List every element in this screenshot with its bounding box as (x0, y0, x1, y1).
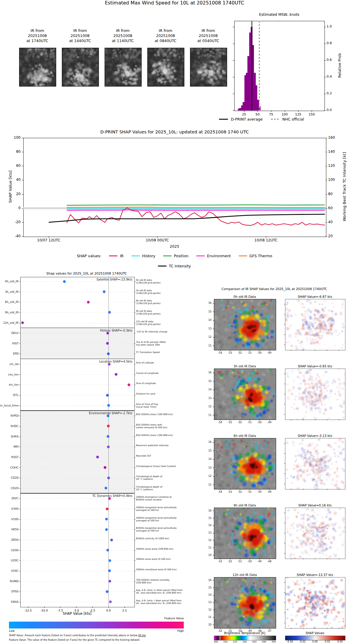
histogram-y-tick-right (324, 77, 326, 77)
ir-map-x-tick (269, 628, 270, 629)
ir-map-y-tick (213, 595, 214, 595)
timeseries-left-tick-label: 100 (10, 135, 21, 140)
timeseries-title: D-PRINT SHAP Values for 2025_10L: update… (0, 130, 349, 134)
legend-item-environment: Environment (196, 254, 231, 258)
dotplot-x-tick-label: -12.5 (21, 609, 35, 612)
footnote-threshold: 60 kts (138, 634, 146, 637)
feature-label: V500 (0, 517, 19, 521)
feature-desc: 700-500hPa relative humidity (200-800 km… (136, 579, 214, 584)
feature-desc: 500hPa tangential wind azimuthally avera… (136, 517, 214, 522)
feature-label: U20C (0, 559, 19, 562)
feature-desc: Distance to Land (136, 392, 214, 395)
dotplot-x-tick (125, 607, 125, 608)
timeseries-left-tick (22, 222, 23, 223)
timeseries-left-tick-label: 40 (10, 178, 21, 182)
timeseries-left-tick (22, 152, 23, 152)
ir-map-y-tick-label: 15 (204, 310, 212, 313)
ir-map-y-tick (213, 555, 214, 555)
feature-desc: Reynolds SST (136, 455, 214, 457)
ir-map-x-tick (220, 350, 221, 351)
timeseries-x-tick-label: 10/08 12UTC (249, 238, 282, 242)
shap-map-y-tick (284, 345, 285, 345)
histogram-y-tick-right (324, 44, 326, 44)
ir-map-x-tick-label: -47 (264, 629, 274, 632)
feature-desc: Sine of Latitude (136, 361, 214, 364)
legend-swatch (131, 255, 140, 256)
histogram-y-tick-label: 0.0 (327, 108, 336, 112)
histogram-y-tick-label: 0.2 (327, 91, 336, 95)
legend-item-ir: IR (109, 254, 123, 258)
ir-map-y-tick (213, 390, 214, 390)
ir-map-y-tick (213, 346, 214, 346)
ir-map-x-tick (240, 350, 240, 351)
dotplot-x-tick (28, 607, 28, 608)
feature-desc: 850hPa tangential wind azimuthally avera… (136, 527, 214, 532)
dotplot-x-tick-label: -10.0 (37, 609, 51, 612)
legend-label: IR (120, 254, 123, 258)
ir-map-y-tick-label: 15 (204, 517, 212, 520)
shap-colorbar-tick-label: 0.04 (335, 640, 345, 643)
feature-label: COHC (0, 466, 19, 469)
timeseries-svg (23, 138, 326, 236)
shap-map-y-tick (284, 324, 285, 325)
legend-label: GFS Thermo (249, 254, 273, 258)
feature-label: 9h_old_IR (0, 311, 19, 314)
timeseries-right-tick-label: 20 (328, 234, 339, 238)
ir-thumbnail-label: IR from 20251008 at 1140UTC (102, 28, 144, 43)
timeseries-xlabel: 2025 (145, 244, 204, 249)
ir-map-y-tick (213, 548, 214, 548)
shap-map-y-tick (284, 582, 285, 583)
timeseries-x-tick (49, 236, 49, 238)
feature-desc: 0h old IR data (128x128 grid points) (136, 279, 214, 284)
shap-map-x-tick (327, 558, 327, 559)
feature-label: V20C (0, 569, 19, 572)
ir-map-y-tick-label: 11 (204, 483, 212, 486)
nhc-official-legend-label: NHC official (282, 117, 304, 121)
ir-map-y-tick (213, 329, 214, 329)
histogram-x-tick-label: 25 (238, 113, 250, 116)
feature-desc: 850hPa vorticity (0-1000 km) (136, 537, 214, 540)
timeseries-left-tick (22, 236, 23, 237)
timeseries-right-tick (326, 208, 327, 209)
ir-map-y-tick (213, 312, 214, 312)
ir-map-x-tick-label: -52 (215, 629, 225, 632)
shap-map-x-tick (339, 419, 339, 420)
legend-label-tc-intensity: TC Intensity (169, 264, 191, 268)
ir-map-y-tick-label: 13 (204, 531, 212, 534)
feature-label: CD20 (0, 486, 19, 490)
shap-map-y-tick (284, 404, 285, 404)
timeseries-right-tick-label: 120 (328, 164, 339, 168)
ir-map-x-tick (249, 419, 250, 420)
timeseries-x-tick (157, 236, 157, 238)
timeseries-x-tick-label: 10/07 12UTC (32, 238, 65, 242)
shap-map-image (285, 577, 345, 628)
ir-map-x-tick (220, 419, 221, 420)
feature-desc: The # of 6h periods VMAX has been above … (136, 341, 214, 346)
dotplot-x-tick (44, 607, 45, 608)
feature-desc: Cosine of Longitude (136, 372, 214, 375)
ir-map-x-tick (259, 419, 260, 420)
shap-map-x-tick (339, 350, 339, 351)
ir-map-y-tick (213, 415, 214, 415)
feature-label: MPI (0, 445, 19, 448)
timeseries-legend-title: SHAP values: (77, 254, 101, 258)
ir-map-y-tick-label: 16 (204, 509, 212, 512)
feature-desc: 200hPa meridional wind (0-500 km) (136, 568, 214, 571)
ir-map-title: 12h old IR Data (214, 573, 275, 577)
histogram-x-tick (285, 110, 285, 112)
ir-map-y-tick (213, 476, 214, 477)
timeseries-left-tick-label: 60 (10, 164, 21, 168)
ir-map-image (214, 369, 276, 420)
shap-map-title: SHAP Value=-6.87 kts (285, 295, 345, 298)
histogram-x-tick (271, 110, 271, 112)
feature-label: V300 (0, 507, 19, 510)
ir-map-y-tick-label: 12 (204, 474, 212, 477)
feature-label: V850 (0, 528, 19, 531)
ir-map-y-tick-label: 10 (204, 554, 212, 557)
feature-desc: Sine of Time of Day (Local Solar Time) (136, 403, 214, 408)
shap-map-y-tick (284, 513, 285, 513)
histogram-y-tick-label: 0.6 (327, 58, 336, 62)
legend-swatch-tc-intensity (158, 266, 166, 266)
footnote-shap-value-text: SHAP Value: Amount each feature [listed … (9, 634, 138, 637)
ir-map-x-tick (240, 489, 240, 490)
